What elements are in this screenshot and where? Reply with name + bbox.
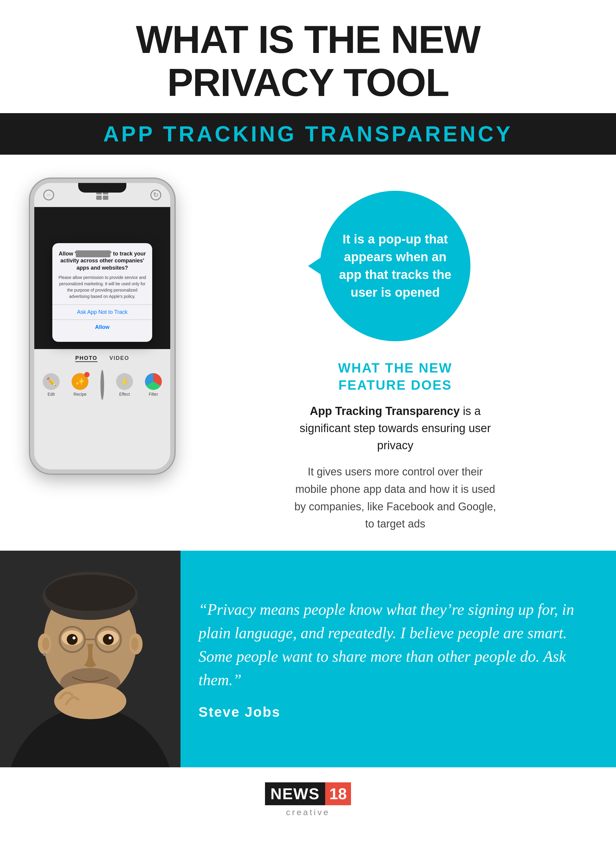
title-line1: What is the New [136,17,480,61]
phone-refresh-icon: ↻ [150,190,161,200]
phone-frame: ··· ↻ Allow '████████' to track your act… [30,179,174,474]
news18-badge: NEWS 18 [265,783,351,805]
feature-description: App Tracking Transparency is a significa… [293,403,498,454]
svg-point-11 [67,634,78,645]
svg-point-5 [45,575,135,611]
recipe-label: Recipe [73,392,86,397]
steve-jobs-portrait [0,551,181,767]
popup-redacted: ████████ [76,250,110,257]
feature-title: What the New Feature Does [293,359,498,394]
effect-icon: ⚡ [116,373,133,390]
main-title: What is the New Privacy Tool [60,18,556,104]
effect-label: Effect [119,392,130,397]
right-panel: It is a pop-up that appears when an app … [204,179,586,532]
photo-video-tabs: PHOTO VIDEO [34,349,170,367]
black-banner: App Tracking Transparency [0,113,616,155]
phone-back-icon: ··· [43,190,54,200]
edit-label: Edit [47,392,55,397]
camera-controls: ✏️ Edit ✨ Recipe ⚡ [34,367,170,403]
feature-title-line1: What the New [338,361,453,375]
photo-tab[interactable]: PHOTO [75,355,97,362]
banner-text: App Tracking Transparency [103,122,512,146]
quote-content: “Privacy means people know what they’re … [181,551,616,767]
brand-sub: creative [286,808,330,817]
feature-desc-bold: App Tracking Transparency [310,405,460,417]
phone-bottom: PHOTO VIDEO ✏️ Edit ✨ Reci [34,349,170,469]
video-tab[interactable]: VIDEO [110,355,129,362]
svg-point-14 [108,636,112,639]
filter-icon [145,373,162,390]
svg-point-13 [72,636,75,639]
camera-shutter-button[interactable] [101,370,104,400]
brand-number: 18 [325,783,351,805]
permission-popup: Allow '████████' to track your activity … [52,243,152,342]
edit-icon: ✏️ [43,373,60,390]
title-line2: Privacy Tool [167,60,449,104]
popup-title: Allow '████████' to track your activity … [58,250,146,271]
recipe-control: ✨ Recipe [72,373,88,397]
filter-control: Filter [145,373,162,397]
svg-point-19 [43,653,46,656]
feature-title-line2: Feature Does [338,378,452,392]
phone-container: ··· ↻ Allow '████████' to track your act… [30,179,187,474]
brand-name: NEWS [265,783,325,805]
svg-point-16 [54,683,126,719]
footer-section: NEWS 18 creative [0,767,616,829]
svg-point-12 [103,634,114,645]
svg-point-21 [131,637,138,650]
filter-label: Filter [149,392,158,397]
middle-section: ··· ↻ Allow '████████' to track your act… [0,155,616,551]
recipe-icon: ✨ [72,373,88,390]
svg-point-18 [42,637,49,650]
news18-logo: NEWS 18 creative [265,783,351,817]
popup-reject-button[interactable]: Ask App Not to Track [58,305,146,320]
quote-section: “Privacy means people know what they’re … [0,551,616,767]
info-bubble: It is a pop-up that appears when an app … [320,191,470,341]
feature-description2: It gives users more control over their m… [293,463,498,532]
quote-author: Steve Jobs [198,704,586,720]
feature-section: What the New Feature Does App Tracking T… [293,359,498,532]
edit-control: ✏️ Edit [43,373,60,397]
bubble-text: It is a pop-up that appears when an app … [320,219,470,313]
effect-control: ⚡ Effect [116,373,133,397]
quote-text: “Privacy means people know what they’re … [198,598,586,692]
header-section: What is the New Privacy Tool [0,0,616,113]
phone-notch [78,183,126,192]
portrait-container [0,551,181,767]
popup-allow-button[interactable]: Allow [58,320,146,335]
popup-body: Please allow permission to provide servi… [58,274,146,300]
